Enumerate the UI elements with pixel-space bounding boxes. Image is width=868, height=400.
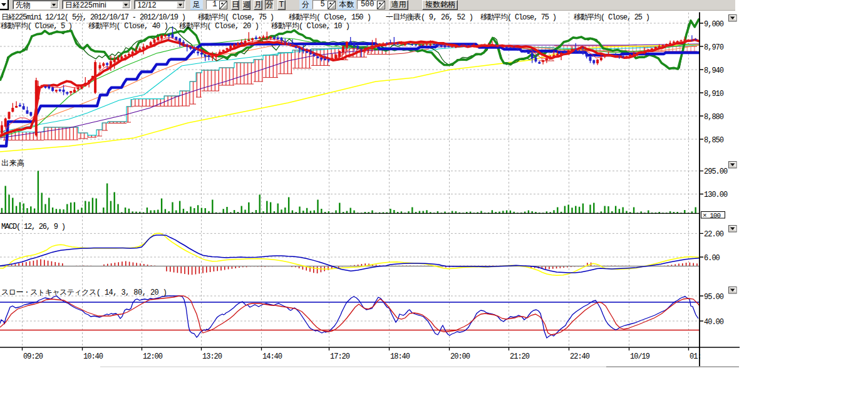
svg-text:8,970: 8,970 (704, 43, 724, 52)
svg-text:× 100: × 100 (703, 212, 720, 219)
svg-text:移動平均( Close, 10 ): 移動平均( Close, 10 ) (271, 22, 349, 31)
svg-text:01:: 01: (690, 352, 701, 361)
svg-text:移動平均( Close, 40 ): 移動平均( Close, 40 ) (88, 22, 168, 31)
svg-text:13:20: 13:20 (202, 352, 222, 361)
svg-text:スロー・ストキャスティクス( 14, 3, 80, 20 ): スロー・ストキャスティクス( 14, 3, 80, 20 ) (1, 288, 167, 297)
svg-text:8,940: 8,940 (704, 66, 724, 75)
svg-text:移動平均( Close, 75 ): 移動平均( Close, 75 ) (198, 13, 274, 22)
svg-text:8,880: 8,880 (704, 113, 724, 122)
svg-text:14:40: 14:40 (262, 352, 282, 361)
svg-text:8,850: 8,850 (704, 136, 724, 145)
svg-text:MACD( 12, 26, 9 ): MACD( 12, 26, 9 ) (1, 223, 65, 231)
svg-text:8,910: 8,910 (704, 90, 724, 98)
svg-text:一目均衡表( 9, 26, 52 ): 一目均衡表( 9, 26, 52 ) (386, 13, 473, 22)
svg-text:12:00: 12:00 (143, 352, 163, 361)
svg-text:移動平均( Close, 25 ): 移動平均( Close, 25 ) (574, 13, 649, 22)
svg-text:18:40: 18:40 (390, 352, 410, 361)
svg-text:95.00: 95.00 (704, 293, 724, 302)
svg-text:295.00: 295.00 (704, 167, 728, 176)
svg-text:09:20: 09:20 (23, 352, 43, 361)
svg-text:10/19: 10/19 (630, 352, 650, 361)
svg-text:20:00: 20:00 (450, 352, 470, 361)
svg-text:17:20: 17:20 (330, 352, 350, 361)
svg-text:移動平均( Close, 5 ): 移動平均( Close, 5 ) (1, 22, 72, 31)
svg-text:130.00: 130.00 (704, 191, 728, 199)
svg-text:22:40: 22:40 (570, 352, 590, 361)
svg-text:6.00: 6.00 (704, 254, 720, 263)
svg-text:22.00: 22.00 (704, 230, 724, 239)
svg-text:10:40: 10:40 (83, 352, 103, 361)
svg-text:移動平均( Close, 20 ): 移動平均( Close, 20 ) (179, 22, 259, 31)
svg-text:40.00: 40.00 (704, 318, 724, 327)
svg-text:9,000: 9,000 (704, 20, 724, 29)
svg-text:移動平均( Close, 75 ): 移動平均( Close, 75 ) (480, 13, 556, 22)
svg-text:出来高: 出来高 (1, 159, 24, 168)
svg-text:日経225mini 12/12( 5分, 2012/10/1: 日経225mini 12/12( 5分, 2012/10/17 - 2012/1… (1, 13, 185, 22)
svg-text:21:20: 21:20 (510, 352, 530, 361)
svg-text:移動平均( Close, 150 ): 移動平均( Close, 150 ) (289, 13, 371, 22)
